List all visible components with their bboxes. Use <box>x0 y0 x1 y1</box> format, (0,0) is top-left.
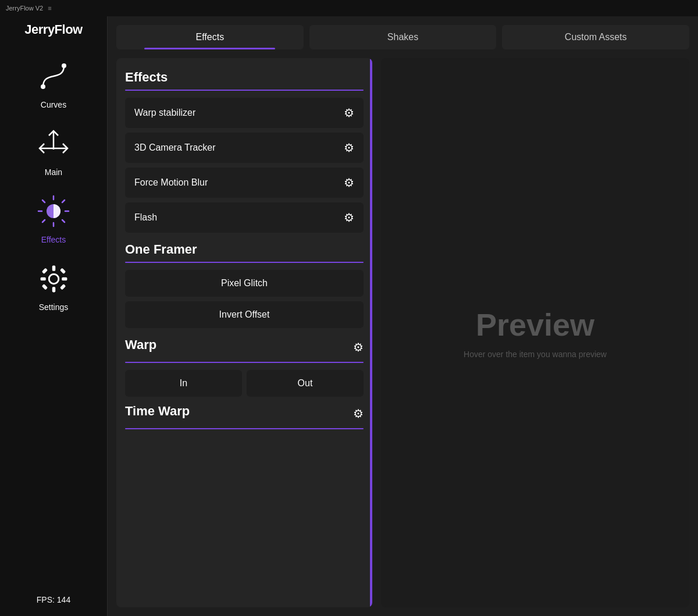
svg-rect-17 <box>40 277 45 280</box>
gear-icon-3d-camera-tracker[interactable]: ⚙ <box>344 141 354 155</box>
main-label: Main <box>45 168 62 177</box>
svg-rect-22 <box>59 284 65 290</box>
effects-icon <box>36 194 71 229</box>
svg-point-23 <box>49 274 59 284</box>
app-layout: JerryFlow Curves <box>0 16 698 616</box>
effects-section-title: Effects <box>125 70 364 85</box>
effect-invert-offset[interactable]: Invert Offset <box>125 301 364 328</box>
effect-name-invert-offset: Invert Offset <box>219 309 270 319</box>
effect-name-3d-camera-tracker: 3D Camera Tracker <box>134 143 216 153</box>
one-framer-section-title: One Framer <box>125 242 364 257</box>
preview-title: Preview <box>476 307 594 343</box>
gear-icon-time-warp[interactable]: ⚙ <box>353 407 364 421</box>
svg-line-13 <box>42 220 45 222</box>
gear-icon-warp[interactable]: ⚙ <box>353 340 364 354</box>
settings-icon-area <box>33 258 74 299</box>
svg-rect-21 <box>41 284 47 290</box>
sidebar-item-curves[interactable]: Curves <box>0 49 107 116</box>
effects-list-panel: Effects Warp stabilizer ⚙ 3D Camera Trac… <box>116 58 372 607</box>
effect-warp-stabilizer[interactable]: Warp stabilizer ⚙ <box>125 98 364 128</box>
gear-icon-flash[interactable]: ⚙ <box>344 211 354 225</box>
effect-force-motion-blur[interactable]: Force Motion Blur ⚙ <box>125 168 364 198</box>
warp-section-header: Warp ⚙ <box>125 337 364 357</box>
effect-name-warp-stabilizer: Warp stabilizer <box>134 108 195 118</box>
preview-panel: Preview Hover over the item you wanna pr… <box>381 58 689 607</box>
effects-icon-area <box>33 191 74 232</box>
app-title: JerryFlow V2 <box>6 5 43 12</box>
main-icon-area <box>33 123 74 164</box>
svg-rect-20 <box>59 268 65 273</box>
effect-name-force-motion-blur: Force Motion Blur <box>134 177 208 188</box>
effect-pixel-glitch[interactable]: Pixel Glitch <box>125 270 364 297</box>
effects-label: Effects <box>41 235 66 244</box>
sidebar-item-main[interactable]: Main <box>0 116 107 184</box>
svg-rect-18 <box>62 277 67 280</box>
tab-shakes[interactable]: Shakes <box>309 25 497 49</box>
scroll-indicator <box>370 58 372 607</box>
gear-icon-force-motion-blur[interactable]: ⚙ <box>344 176 354 190</box>
tab-effects[interactable]: Effects <box>116 25 304 49</box>
curves-icon <box>36 59 71 94</box>
svg-line-12 <box>62 200 65 202</box>
curves-label: Curves <box>41 100 66 109</box>
menu-icon[interactable]: ≡ <box>48 5 51 12</box>
title-bar: JerryFlow V2 ≡ <box>0 0 698 16</box>
gear-icon-warp-stabilizer[interactable]: ⚙ <box>344 106 354 120</box>
time-warp-divider <box>125 428 364 429</box>
content-panels: Effects Warp stabilizer ⚙ 3D Camera Trac… <box>116 58 689 607</box>
warp-out-button[interactable]: Out <box>247 370 364 397</box>
tabs-bar: Effects Shakes Custom Assets <box>116 25 689 49</box>
svg-line-11 <box>62 220 65 222</box>
tab-custom-assets[interactable]: Custom Assets <box>502 25 689 49</box>
effect-flash[interactable]: Flash ⚙ <box>125 202 364 233</box>
time-warp-section-title: Time Warp <box>125 404 190 419</box>
svg-rect-19 <box>41 268 47 273</box>
sidebar-item-effects[interactable]: Effects <box>0 184 107 251</box>
main-icon <box>36 126 71 161</box>
settings-label: Settings <box>39 302 69 312</box>
logo: JerryFlow <box>24 22 82 37</box>
fps-display: FPS: 144 <box>37 589 70 610</box>
sidebar-item-settings[interactable]: Settings <box>0 251 107 319</box>
one-framer-divider <box>125 262 364 263</box>
warp-divider <box>125 362 364 363</box>
effect-name-flash: Flash <box>134 212 157 223</box>
warp-buttons-row: In Out <box>125 370 364 397</box>
warp-in-button[interactable]: In <box>125 370 242 397</box>
effects-divider <box>125 90 364 91</box>
svg-rect-15 <box>52 265 55 270</box>
main-content: Effects Shakes Custom Assets Effects War… <box>108 16 698 616</box>
svg-rect-16 <box>52 287 55 292</box>
warp-section-title: Warp <box>125 337 156 352</box>
svg-line-10 <box>42 200 45 202</box>
effect-3d-camera-tracker[interactable]: 3D Camera Tracker ⚙ <box>125 133 364 163</box>
time-warp-section-header: Time Warp ⚙ <box>125 404 364 423</box>
settings-gear-icon <box>38 263 70 295</box>
curves-icon-area <box>33 56 74 97</box>
sidebar: JerryFlow Curves <box>0 16 108 616</box>
effect-name-pixel-glitch: Pixel Glitch <box>221 278 268 288</box>
preview-subtitle: Hover over the item you wanna preview <box>464 350 607 359</box>
